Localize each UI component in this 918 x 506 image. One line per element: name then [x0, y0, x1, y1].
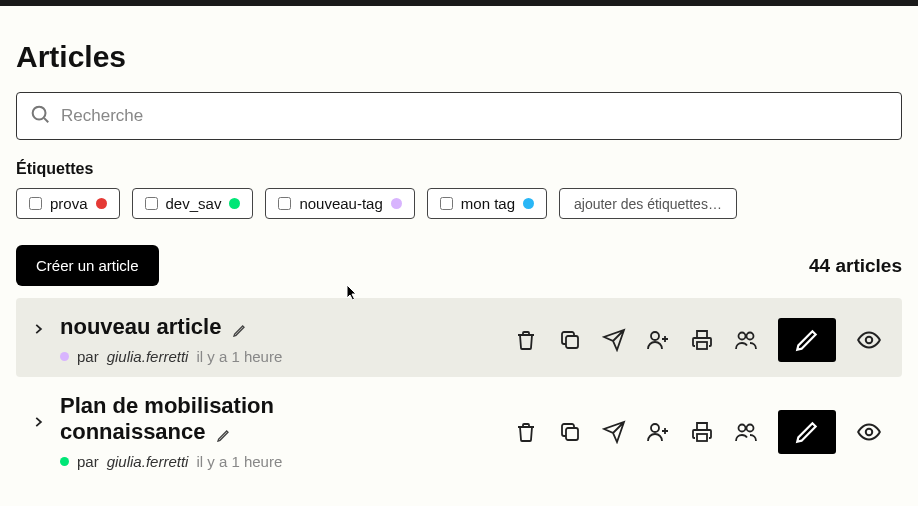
tags-label: Étiquettes — [16, 160, 902, 178]
add-user-icon[interactable] — [646, 328, 670, 352]
svg-rect-10 — [697, 434, 707, 441]
delete-icon[interactable] — [514, 328, 538, 352]
svg-point-9 — [651, 424, 659, 432]
svg-rect-8 — [566, 428, 578, 440]
copy-icon[interactable] — [558, 420, 582, 444]
article-title: Plan de mobilisation connaissance — [60, 393, 274, 444]
tag-name: nouveau-tag — [299, 195, 382, 212]
tag-dot — [96, 198, 107, 209]
svg-point-6 — [747, 332, 754, 339]
tag-dot — [229, 198, 240, 209]
svg-point-0 — [33, 107, 46, 120]
tag-dot — [523, 198, 534, 209]
time-ago: il y a 1 heure — [196, 348, 282, 365]
edit-button[interactable] — [778, 410, 836, 454]
article-actions — [514, 410, 882, 454]
svg-point-11 — [739, 424, 746, 431]
svg-point-5 — [739, 332, 746, 339]
time-ago: il y a 1 heure — [196, 453, 282, 470]
article-tag-dot — [60, 352, 69, 361]
send-icon[interactable] — [602, 420, 626, 444]
tag-checkbox[interactable] — [145, 197, 158, 210]
tag-chip-prova[interactable]: prova — [16, 188, 120, 219]
tag-name: prova — [50, 195, 88, 212]
article-row[interactable]: Plan de mobilisation connaissance par gi… — [16, 377, 902, 482]
users-icon[interactable] — [734, 420, 758, 444]
edit-title-icon[interactable] — [216, 427, 232, 443]
tag-checkbox[interactable] — [278, 197, 291, 210]
svg-point-12 — [747, 424, 754, 431]
users-icon[interactable] — [734, 328, 758, 352]
author-name: giulia.ferretti — [107, 453, 189, 470]
add-tag-button[interactable]: ajouter des étiquettes… — [559, 188, 737, 219]
add-user-icon[interactable] — [646, 420, 670, 444]
send-icon[interactable] — [602, 328, 626, 352]
tag-chip-nouveau-tag[interactable]: nouveau-tag — [265, 188, 414, 219]
delete-icon[interactable] — [514, 420, 538, 444]
create-article-button[interactable]: Créer un article — [16, 245, 159, 286]
svg-point-3 — [651, 332, 659, 340]
print-icon[interactable] — [690, 420, 714, 444]
author-name: giulia.ferretti — [107, 348, 189, 365]
article-tag-dot — [60, 457, 69, 466]
preview-icon[interactable] — [856, 327, 882, 353]
tag-checkbox[interactable] — [29, 197, 42, 210]
by-label: par — [77, 348, 99, 365]
svg-rect-2 — [566, 336, 578, 348]
search-icon — [29, 103, 51, 129]
svg-line-1 — [44, 118, 48, 122]
article-title: nouveau article — [60, 314, 221, 339]
print-icon[interactable] — [690, 328, 714, 352]
edit-title-icon[interactable] — [232, 322, 248, 338]
search-field[interactable] — [16, 92, 902, 140]
svg-rect-4 — [697, 342, 707, 349]
by-label: par — [77, 453, 99, 470]
search-input[interactable] — [61, 106, 889, 126]
preview-icon[interactable] — [856, 419, 882, 445]
svg-point-13 — [866, 428, 873, 435]
tags-row: prova dev_sav nouveau-tag mon tag ajoute… — [16, 188, 902, 219]
copy-icon[interactable] — [558, 328, 582, 352]
svg-point-7 — [866, 336, 873, 343]
tag-chip-dev-sav[interactable]: dev_sav — [132, 188, 254, 219]
article-count: 44 articles — [809, 255, 902, 277]
edit-button[interactable] — [778, 318, 836, 362]
tag-chip-mon-tag[interactable]: mon tag — [427, 188, 547, 219]
tag-name: mon tag — [461, 195, 515, 212]
tag-checkbox[interactable] — [440, 197, 453, 210]
expand-icon[interactable] — [28, 322, 48, 336]
article-row[interactable]: nouveau article par giulia.ferretti il y… — [16, 298, 902, 377]
tag-name: dev_sav — [166, 195, 222, 212]
article-actions — [514, 318, 882, 362]
page-title: Articles — [16, 40, 902, 74]
tag-dot — [391, 198, 402, 209]
expand-icon[interactable] — [28, 415, 48, 429]
